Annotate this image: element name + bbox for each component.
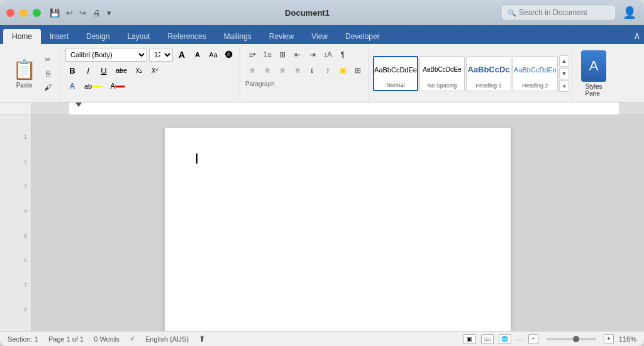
font-name-select[interactable]: Calibri (Body) [65,48,147,62]
tab-mailings[interactable]: Mailings [215,29,260,44]
increase-indent-button[interactable]: ⇥ [306,48,319,62]
italic-button[interactable]: I [81,64,95,77]
styles-scroll-up[interactable]: ▲ [559,55,569,67]
ruler-scale: 2 1 2 3 4 5 6 7 [31,103,644,114]
clear-formatting-button[interactable]: 🅐 [222,48,236,62]
font-color-icon: A [110,82,115,91]
tab-references[interactable]: References [158,29,214,44]
tab-review[interactable]: Review [260,29,303,44]
close-button[interactable] [6,9,14,17]
line-spacing-button[interactable]: ↕ [321,64,335,77]
change-case-button[interactable]: Aa [206,48,220,61]
paste-label: Paste [16,82,33,89]
highlight-color-button[interactable]: ab [81,79,105,93]
tab-design[interactable]: Design [77,29,118,44]
style-no-spacing[interactable]: AaBbCcDdEe No Spacing [419,56,465,91]
ruler-left-grey [31,103,69,114]
vertical-ruler: 1 2 3 4 5 6 7 8 [0,115,31,331]
shading-button[interactable]: ▣ [336,64,350,77]
document-scroll-area[interactable] [31,115,644,331]
subscript-button[interactable]: X₂ [132,64,146,77]
underline-button[interactable]: U [97,64,111,77]
zoom-slider[interactable] [546,338,596,340]
read-mode-button[interactable]: 📖 [481,334,494,344]
decrease-indent-button[interactable]: ⇤ [291,48,304,62]
multilevel-list-button[interactable]: ⊞ [275,48,289,62]
tab-view[interactable]: View [303,29,336,44]
zoom-out-button[interactable]: − [528,334,538,344]
copy-button[interactable]: ⎘ [41,67,55,80]
style-heading-2[interactable]: AaBbCcDdEe Heading 2 [513,56,558,91]
status-bar: Section: 1 Page 1 of 1 0 Words ✓ English… [0,331,644,346]
styles-more[interactable]: ▾ [559,81,569,92]
share-icon[interactable]: 👤 [621,4,638,21]
borders-button[interactable]: ⊞ [351,64,365,77]
font-shrink-button[interactable]: A [191,48,204,61]
strikethrough-button[interactable]: abc [113,64,130,77]
print-icon[interactable]: 🖨 [91,7,102,19]
font-grow-button[interactable]: A [175,48,189,61]
ruler-num-2: 2 [24,159,31,183]
ruler: 2 1 2 3 4 5 6 7 [0,103,644,115]
style-heading-1-label: Heading 1 [475,82,501,89]
justify-button[interactable]: ≡ [291,64,304,77]
bullets-button[interactable]: ≡• [245,48,259,62]
section-indicator: Section: 1 [8,335,38,343]
tab-insert[interactable]: Insert [41,29,77,44]
clipboard-mini-buttons: ✂ ⎘ 🖌 [41,48,55,99]
cut-button[interactable]: ✂ [41,53,55,66]
styles-pane-group: A StylesPane [574,47,614,101]
style-no-spacing-label: No Spacing [428,82,457,89]
ruler-left-margin [0,103,31,114]
show-formatting-button[interactable]: ¶ [336,48,350,62]
print-layout-button[interactable]: ▣ [464,334,476,344]
zoom-level[interactable]: 116% [619,335,636,343]
para-row-1: ≡• 1≡ ⊞ ⇤ ⇥ ↕A ¶ [245,48,350,62]
align-right-button[interactable]: ≡ [275,64,289,77]
save-icon[interactable]: 💾 [48,7,61,19]
window-controls [6,9,41,17]
style-heading-1[interactable]: AaBbCcDc Heading 1 [466,56,511,91]
tab-layout[interactable]: Layout [118,29,158,44]
font-size-select[interactable]: 12 [149,48,173,62]
document-page[interactable] [165,128,511,331]
styles-scroll-nav: ▲ ▼ ▾ [559,55,569,92]
bold-button[interactable]: B [65,64,79,77]
ruler-white-area: 2 1 2 3 4 5 6 7 [69,103,619,114]
font-color-button[interactable]: A [107,79,128,93]
redo-icon[interactable]: ↪ [78,7,87,19]
ruler-indent-marker[interactable] [75,103,82,107]
sort-button[interactable]: ↕A [321,48,335,62]
align-left-button[interactable]: ≡ [245,64,259,77]
text-effects-button[interactable]: A [65,79,79,93]
tab-developer[interactable]: Developer [336,29,389,44]
search-input[interactable] [519,8,607,17]
maximize-button[interactable] [33,9,41,17]
styles-scroll-down[interactable]: ▼ [559,68,569,79]
font-row-3: A ab A [65,79,128,93]
styles-pane-button[interactable]: A StylesPane [577,48,610,99]
superscript-button[interactable]: X² [148,64,162,77]
align-center-button[interactable]: ≡ [260,64,274,77]
numbering-button[interactable]: 1≡ [260,48,274,62]
proofing-icon[interactable]: ✓ [130,335,135,343]
ribbon-toolbar: 📋 Paste ✂ ⎘ 🖌 Calibri (Body) 12 A A Aa [0,44,644,103]
search-bar[interactable]: 🔍 [502,6,615,20]
format-painter-button[interactable]: 🖌 [41,81,55,94]
zoom-in-button[interactable]: + [604,334,614,344]
minimize-button[interactable] [19,9,28,17]
text-cursor [196,153,197,164]
columns-button[interactable]: ⫾ [306,64,319,77]
page-indicator: Page 1 of 1 [48,335,84,343]
title-area: Document1 [113,8,502,18]
style-normal-label: Normal [386,82,404,88]
orientation-icon[interactable]: ⬆ [199,334,206,343]
paste-button[interactable]: 📋 Paste [8,48,41,99]
zoom-thumb [573,336,579,342]
tab-home[interactable]: Home [3,29,41,44]
customize-icon[interactable]: ▾ [106,7,113,19]
style-normal[interactable]: AaBbCcDdEe Normal [373,56,418,91]
undo-icon[interactable]: ↩ [65,7,74,19]
web-layout-button[interactable]: 🌐 [499,334,511,344]
ribbon-collapse-icon[interactable]: ∧ [633,30,641,42]
